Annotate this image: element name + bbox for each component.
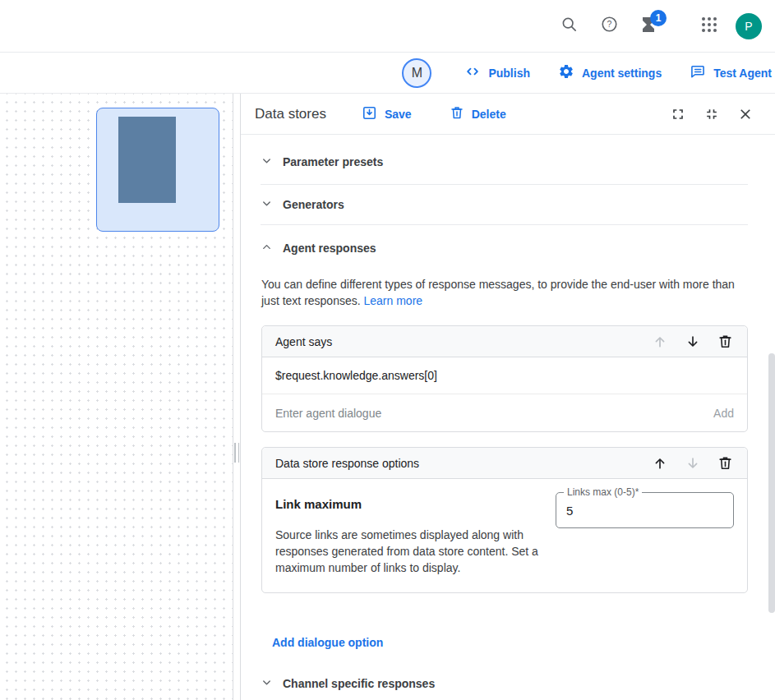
panel-resize-gutter (233, 94, 241, 700)
chat-icon (690, 63, 706, 82)
data-store-options-header: Data store response options (262, 448, 747, 479)
panel-resize-handle[interactable] (234, 443, 239, 463)
agent-settings-label: Agent settings (582, 67, 662, 80)
trash-icon (450, 105, 464, 122)
help-icon: ? (600, 15, 619, 37)
panel-title: Data stores (255, 106, 326, 122)
save-label: Save (385, 108, 412, 121)
agent-says-title: Agent says (275, 335, 332, 348)
code-icon (464, 63, 481, 82)
apps-grid-icon (699, 15, 719, 38)
data-store-options-card: Data store response options (261, 447, 748, 593)
publish-label: Publish (488, 67, 530, 80)
move-up-icon[interactable] (652, 334, 668, 350)
page-node-preview (118, 117, 176, 203)
learn-more-link[interactable]: Learn more (364, 294, 423, 307)
description-text: You can define different types of respon… (261, 278, 735, 307)
add-button[interactable]: Add (713, 407, 734, 420)
links-max-input[interactable] (556, 493, 733, 527)
add-dialogue-option-button[interactable]: Add dialogue option (272, 636, 383, 649)
panel-scrollbar[interactable] (768, 353, 775, 613)
account-avatar[interactable]: P (736, 13, 762, 39)
svg-text:?: ? (607, 19, 611, 29)
fullscreen-icon[interactable] (670, 106, 686, 122)
search-icon (560, 16, 579, 37)
help-button[interactable]: ? (593, 10, 625, 43)
agent-responses-description: You can define different types of respon… (261, 276, 743, 309)
move-up-icon[interactable] (652, 455, 668, 472)
link-maximum-title: Link maximum (275, 497, 555, 511)
save-icon (362, 105, 377, 123)
data-stores-panel: Data stores Save Delete (241, 94, 775, 700)
section-label: Agent responses (283, 242, 376, 255)
trash-icon[interactable] (717, 334, 734, 350)
data-store-options-body: Link maximum Source links are sometimes … (262, 479, 747, 592)
delete-label: Delete (472, 108, 506, 121)
test-agent-button[interactable]: Test Agent (690, 63, 772, 82)
page-node[interactable] (96, 108, 219, 232)
move-down-icon[interactable] (685, 455, 701, 472)
flow-avatar[interactable]: M (402, 58, 431, 88)
links-max-field: Links max (0-5)* (556, 492, 734, 528)
move-down-icon[interactable] (685, 334, 701, 350)
section-channel-specific-responses[interactable]: Channel specific responses (261, 664, 748, 700)
chevron-down-icon (261, 154, 273, 170)
main-area: Data stores Save Delete (0, 94, 775, 700)
section-parameter-presets[interactable]: Parameter presets (261, 140, 748, 185)
chevron-down-icon (261, 676, 273, 692)
close-icon[interactable] (737, 106, 754, 122)
test-agent-label: Test Agent (713, 67, 772, 80)
agent-toolbar: M Publish Agent settings Test Agent (0, 53, 775, 94)
data-store-options-title: Data store response options (275, 457, 419, 470)
panel-body: Parameter presets Generators Agent respo… (241, 135, 775, 700)
section-label: Parameter presets (283, 155, 383, 168)
fullscreen-exit-icon[interactable] (703, 106, 720, 122)
agent-dialogue-value: $request.knowledge.answers[0] (275, 369, 437, 382)
save-button[interactable]: Save (362, 105, 412, 123)
top-app-bar: ? 1 P (0, 0, 775, 53)
publish-button[interactable]: Publish (464, 63, 530, 82)
section-label: Generators (283, 198, 344, 211)
agent-dialogue-input[interactable] (275, 395, 713, 431)
agent-says-header: Agent says (262, 326, 747, 357)
search-button[interactable] (553, 10, 586, 43)
link-maximum-description: Source links are sometimes displayed alo… (275, 527, 555, 576)
notification-badge: 1 (650, 10, 667, 26)
gear-icon (558, 63, 574, 82)
agent-dialogue-input-row: Add (262, 394, 747, 431)
flow-canvas[interactable] (0, 94, 233, 700)
delete-button[interactable]: Delete (450, 105, 506, 122)
links-max-label: Links max (0-5)* (564, 486, 642, 498)
agent-says-card: Agent says $request.knowled (261, 325, 748, 432)
apps-grid-button[interactable] (693, 10, 726, 43)
panel-header: Data stores Save Delete (241, 94, 775, 135)
agent-settings-button[interactable]: Agent settings (558, 63, 662, 82)
section-label: Channel specific responses (283, 677, 435, 690)
trash-icon[interactable] (717, 455, 734, 472)
chevron-down-icon (261, 197, 273, 213)
chevron-up-icon (261, 241, 273, 256)
section-agent-responses[interactable]: Agent responses (261, 225, 748, 271)
section-generators[interactable]: Generators (261, 185, 748, 225)
pending-tasks-button[interactable]: 1 (632, 10, 665, 43)
agent-dialogue-entry[interactable]: $request.knowledge.answers[0] (262, 357, 747, 394)
